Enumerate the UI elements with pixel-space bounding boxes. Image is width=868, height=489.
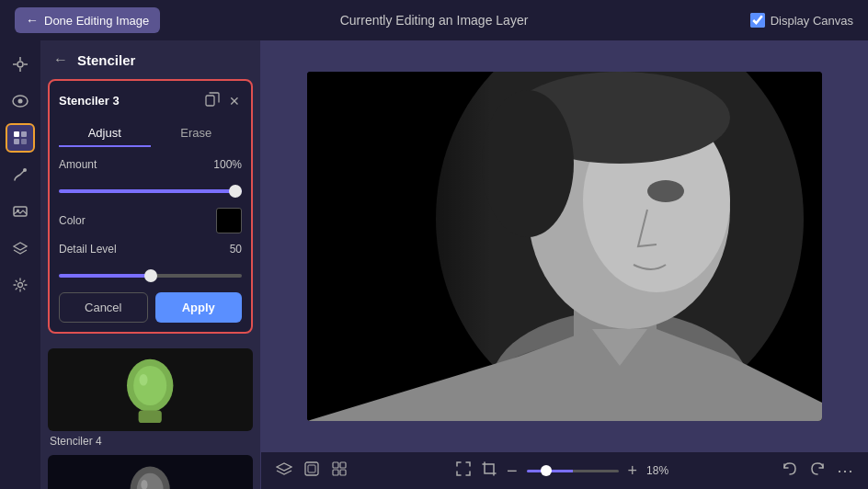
color-row: Color [59, 208, 242, 233]
detail-label: Detail Level [59, 243, 123, 256]
svg-point-17 [133, 366, 166, 405]
stencil-thumb-5 [48, 455, 253, 489]
svg-rect-40 [308, 465, 315, 472]
side-panel: ← Stenciler Stenciler 3 ✕ Adjust Erase [40, 40, 261, 489]
zoom-value: 18% [646, 464, 674, 477]
left-toolbar [0, 40, 40, 489]
svg-point-37 [647, 180, 684, 202]
canvas-content [261, 40, 868, 452]
color-label: Color [59, 214, 123, 227]
svg-rect-43 [333, 470, 338, 475]
crop-icon[interactable] [481, 461, 497, 481]
svg-rect-38 [307, 72, 491, 421]
redo-icon[interactable] [809, 461, 826, 481]
svg-rect-41 [333, 462, 338, 468]
done-editing-label: Done Editing Image [44, 14, 149, 28]
svg-point-36 [482, 90, 574, 237]
toolbar-brush-icon[interactable] [6, 160, 35, 189]
portrait-image [307, 72, 822, 421]
zoom-slider[interactable] [527, 470, 619, 472]
canvas-area: − + 18% ⋯ [261, 40, 868, 489]
stenciler-card-header: Stenciler 3 ✕ [59, 90, 242, 111]
apply-button[interactable]: Apply [155, 292, 243, 323]
fit-screen-icon[interactable] [455, 461, 472, 481]
grid-bottom-icon[interactable] [331, 461, 348, 481]
svg-rect-44 [340, 470, 346, 475]
amount-value: 100% [213, 158, 242, 171]
toolbar-layers-icon[interactable] [6, 233, 35, 263]
svg-rect-12 [14, 207, 27, 216]
amount-row: Amount 100% [59, 158, 242, 171]
stenciler-copy-button[interactable] [203, 90, 222, 111]
amount-label: Amount [59, 158, 123, 171]
detail-value: 50 [230, 243, 242, 256]
toolbar-eye-icon[interactable] [6, 86, 35, 116]
svg-point-14 [18, 283, 23, 288]
stencil-item-5[interactable]: Stenciler 5 [48, 455, 253, 489]
display-canvas-checkbox[interactable] [750, 13, 765, 28]
done-editing-button[interactable]: ← Done Editing Image [15, 7, 160, 33]
zoom-minus-icon[interactable]: − [507, 461, 518, 480]
cancel-button[interactable]: Cancel [59, 292, 148, 323]
undo-icon[interactable] [782, 461, 798, 481]
svg-rect-15 [206, 96, 214, 106]
svg-rect-7 [14, 131, 19, 137]
stencil-list: Stenciler 4 Stenciler 5 [40, 341, 260, 489]
panel-header: ← Stenciler [40, 40, 260, 79]
more-options-icon[interactable]: ⋯ [837, 461, 853, 481]
panel-back-button[interactable]: ← [51, 50, 70, 70]
frame-bottom-icon[interactable] [303, 461, 320, 481]
stenciler-tabs: Adjust Erase [59, 120, 242, 147]
stenciler-card-title: Stenciler 3 [59, 94, 120, 108]
stencil-thumb-4 [48, 348, 253, 431]
svg-rect-42 [340, 462, 346, 468]
detail-row: Detail Level 50 [59, 243, 242, 256]
svg-rect-8 [21, 131, 27, 137]
svg-rect-19 [139, 411, 162, 424]
stenciler-close-button[interactable]: ✕ [227, 92, 242, 110]
bottom-left-icons [276, 461, 348, 481]
stenciler-card: Stenciler 3 ✕ Adjust Erase Amount 100% [48, 79, 253, 334]
stenciler-card-actions: ✕ [203, 90, 242, 111]
bottom-bar: − + 18% ⋯ [261, 452, 868, 489]
tab-erase[interactable]: Erase [151, 120, 243, 147]
toolbar-stencil-icon[interactable] [6, 123, 35, 153]
detail-slider[interactable] [59, 274, 242, 278]
svg-rect-10 [21, 139, 27, 144]
toolbar-photo-icon[interactable] [6, 197, 35, 226]
tab-adjust[interactable]: Adjust [59, 120, 151, 147]
svg-point-6 [18, 99, 23, 104]
amount-slider[interactable] [59, 189, 242, 193]
main-content: ← Stenciler Stenciler 3 ✕ Adjust Erase [0, 40, 868, 489]
action-buttons: Cancel Apply [59, 292, 242, 323]
display-canvas-label: Display Canvas [771, 14, 853, 28]
zoom-plus-icon[interactable]: + [628, 462, 638, 479]
toolbar-settings-icon[interactable] [6, 270, 35, 300]
panel-title: Stenciler [77, 52, 135, 68]
top-bar: ← Done Editing Image Currently Editing a… [0, 0, 868, 40]
svg-point-18 [140, 374, 148, 386]
stencil-item-4[interactable]: Stenciler 4 [48, 348, 253, 448]
editing-title: Currently Editing an Image Layer [340, 13, 529, 28]
svg-point-0 [17, 62, 23, 67]
stencil-name-4: Stenciler 4 [48, 435, 253, 448]
display-canvas-area: Display Canvas [750, 13, 853, 28]
done-arrow-icon: ← [26, 13, 39, 28]
amount-slider-container [59, 180, 242, 197]
svg-point-11 [23, 168, 27, 172]
svg-rect-9 [14, 139, 19, 144]
color-swatch[interactable] [216, 208, 242, 233]
layers-bottom-icon[interactable] [276, 461, 292, 481]
bottom-right-icons: ⋯ [782, 461, 853, 481]
bottom-center-controls: − + 18% [455, 461, 674, 481]
image-frame [307, 72, 822, 421]
svg-rect-39 [305, 462, 318, 475]
toolbar-adjust-icon[interactable] [6, 50, 35, 79]
detail-slider-container [59, 265, 242, 281]
